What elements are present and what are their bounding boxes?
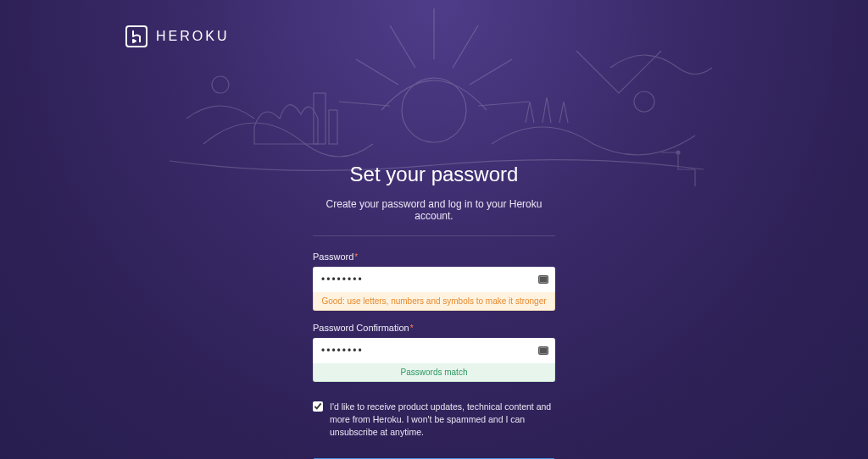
password-input[interactable] <box>313 267 555 292</box>
svg-rect-8 <box>314 93 326 144</box>
password-confirm-input[interactable] <box>313 338 555 363</box>
password-label: Password* <box>313 252 555 262</box>
page-subtitle: Create your password and log in to your … <box>313 198 555 222</box>
password-manager-icon[interactable] <box>538 346 548 355</box>
svg-line-6 <box>339 102 390 106</box>
password-confirm-field: Password Confirmation* Passwords match <box>313 323 555 382</box>
brand-name: HEROKU <box>156 29 229 44</box>
svg-point-0 <box>402 78 466 142</box>
svg-rect-13 <box>126 26 147 47</box>
svg-point-11 <box>212 76 229 93</box>
password-confirm-label: Password Confirmation* <box>313 323 555 333</box>
page-title: Set your password <box>313 163 555 186</box>
password-manager-icon[interactable] <box>538 275 548 284</box>
svg-rect-9 <box>329 110 337 144</box>
password-field: Password* Good: use letters, numbers and… <box>313 252 555 311</box>
brand-logo: HEROKU <box>125 25 229 47</box>
consent-label: I'd like to receive product updates, tec… <box>330 401 555 440</box>
svg-line-5 <box>470 59 512 85</box>
form-panel: Set your password Create your password a… <box>313 163 555 459</box>
svg-line-3 <box>453 25 478 68</box>
password-match-hint: Passwords match <box>313 363 555 382</box>
heroku-icon <box>125 25 147 47</box>
consent-row: I'd like to receive product updates, tec… <box>313 401 555 440</box>
svg-line-2 <box>390 25 415 68</box>
svg-point-12 <box>676 151 680 154</box>
svg-point-10 <box>634 91 654 112</box>
svg-line-4 <box>356 59 398 85</box>
svg-line-7 <box>478 102 529 106</box>
password-strength-hint: Good: use letters, numbers and symbols t… <box>313 292 555 311</box>
divider <box>313 235 555 236</box>
consent-checkbox[interactable] <box>313 401 323 412</box>
